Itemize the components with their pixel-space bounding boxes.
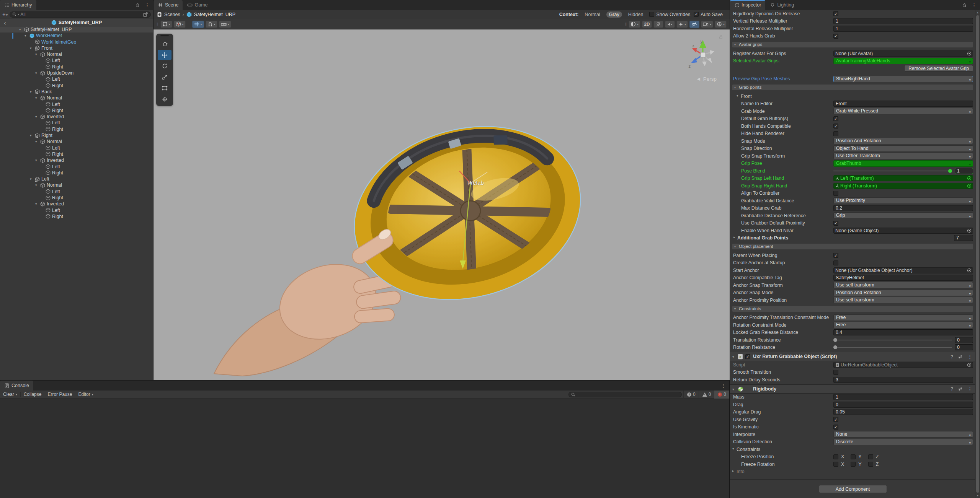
tree-item-right[interactable]: Right: [0, 213, 153, 220]
inspector-scrollbar[interactable]: ▲ ▼: [975, 10, 980, 498]
rect-tool[interactable]: [158, 83, 172, 93]
text-field[interactable]: 1: [833, 26, 973, 32]
help-icon[interactable]: ?: [951, 354, 953, 360]
snap-magnet-button[interactable]: ▾: [206, 21, 217, 28]
effects-button[interactable]: ▾: [676, 21, 688, 28]
checkbox[interactable]: [833, 131, 838, 136]
foldout-arrow-icon[interactable]: ▾: [35, 201, 37, 207]
tree-item-left[interactable]: Left: [0, 207, 153, 213]
freeze-x-checkbox[interactable]: [833, 454, 838, 459]
lock-icon[interactable]: [962, 2, 967, 8]
dropdown[interactable]: Free▾: [833, 322, 973, 328]
kebab-menu-icon[interactable]: ⋮: [967, 386, 972, 392]
kebab-menu-icon[interactable]: ⋮: [967, 354, 972, 360]
foldout-row[interactable]: ▾Front: [730, 93, 975, 100]
tree-item-right[interactable]: ▾Right: [0, 132, 153, 138]
camera-settings-button[interactable]: ▾: [701, 21, 713, 28]
object-picker-icon[interactable]: [967, 51, 972, 56]
dropdown[interactable]: None▾: [833, 431, 973, 438]
text-field[interactable]: Front: [833, 101, 973, 107]
foldout-arrow-icon[interactable]: ▾: [35, 138, 37, 145]
tree-item-left[interactable]: Left: [0, 145, 153, 151]
console-log-area[interactable]: [0, 399, 729, 498]
dropdown[interactable]: Use self transform▾: [833, 297, 973, 303]
slider-track[interactable]: [833, 347, 952, 348]
freeze-z-checkbox[interactable]: [868, 454, 873, 459]
dropdown[interactable]: Use self transform▾: [833, 282, 973, 288]
tab-lighting[interactable]: Lighting: [766, 0, 798, 10]
tool-handle-position-button[interactable]: ▾: [160, 21, 172, 28]
foldout-arrow-icon[interactable]: ▾: [24, 33, 26, 39]
foldout-arrow-icon[interactable]: ▸: [733, 235, 735, 239]
tree-item-left[interactable]: Left: [0, 120, 153, 126]
chevron-down-icon[interactable]: ▾: [684, 23, 686, 26]
slider-value-field[interactable]: 1: [955, 168, 973, 174]
prefab-back-button[interactable]: ‹: [0, 20, 10, 26]
console-info-toggle[interactable]: 0: [683, 391, 699, 399]
scene-audio-button[interactable]: [665, 21, 675, 28]
tree-item-back[interactable]: ▾Back: [0, 89, 153, 95]
tree-item-workhelmetgeo[interactable]: WorkHelmetGeo: [0, 39, 153, 45]
add-component-button[interactable]: Add Component: [819, 485, 887, 493]
tree-item-upsidedown[interactable]: ▾UpsideDown: [0, 70, 153, 76]
2d-toggle-button[interactable]: 2D: [642, 21, 652, 28]
foldout-arrow-icon[interactable]: ▾: [35, 114, 37, 120]
object-field[interactable]: None (Game Object): [833, 228, 973, 234]
text-field[interactable]: 0.05: [833, 409, 973, 415]
tab-inspector[interactable]: Inspector: [730, 0, 765, 10]
foldout-arrow-icon[interactable]: ▾: [35, 157, 37, 163]
scale-tool[interactable]: [158, 72, 172, 82]
tree-item-normal[interactable]: ▾Normal: [0, 51, 153, 57]
console-search-input[interactable]: [568, 392, 682, 397]
scroll-up-icon[interactable]: ▲: [975, 11, 980, 14]
tree-item-normal[interactable]: ▾Normal: [0, 182, 153, 188]
foldout-row[interactable]: ▾Constraints: [730, 446, 975, 453]
console-error-pause-button[interactable]: Error Pause: [44, 391, 75, 399]
checkbox[interactable]: ✓: [833, 34, 838, 39]
tree-item-inverted[interactable]: ▾Inverted: [0, 201, 153, 207]
dropdown[interactable]: Grab While Pressed▾: [833, 108, 973, 114]
object-field[interactable]: Left (Transform): [833, 175, 973, 181]
context-option-gray[interactable]: Gray: [606, 11, 622, 18]
checkbox[interactable]: ✓: [833, 417, 838, 422]
component-header-script[interactable]: ▾#✓Uxr Return Grabbable Object (Script)?…: [730, 352, 975, 361]
scene-lighting-button[interactable]: [653, 21, 663, 28]
freeze-x-checkbox[interactable]: [833, 462, 838, 467]
hierarchy-search-input[interactable]: ▾ All: [10, 11, 151, 18]
tree-item-left[interactable]: Left: [0, 101, 153, 107]
section-header-object-placement[interactable]: ▾Object placement: [732, 244, 973, 249]
object-picker-icon[interactable]: [967, 268, 972, 273]
component-enabled-checkbox[interactable]: ✓: [745, 354, 750, 359]
create-object-button[interactable]: +▾: [2, 11, 8, 18]
tree-item-left[interactable]: Left: [0, 76, 153, 82]
breadcrumb-scenes[interactable]: Scenes: [164, 12, 180, 17]
tree-item-inverted[interactable]: ▾Inverted: [0, 157, 153, 163]
foldout-row[interactable]: ▸Info: [730, 468, 975, 476]
auto-save-toggle[interactable]: ✓ Auto Save: [694, 12, 723, 17]
console-warning-toggle[interactable]: 0: [699, 391, 714, 399]
tree-item-right[interactable]: Right: [0, 64, 153, 70]
toolbar-drag-handle[interactable]: ‖: [625, 22, 626, 26]
slider-knob[interactable]: [948, 169, 952, 173]
text-field[interactable]: 0: [833, 402, 973, 408]
tree-item-workhelmet[interactable]: ▾WorkHelmet: [0, 33, 153, 39]
object-field[interactable]: None (Uxr Grabbable Object Anchor): [833, 267, 973, 273]
chevron-down-icon[interactable]: ▾: [201, 23, 202, 26]
text-field[interactable]: 1: [833, 18, 973, 24]
console-editor-button[interactable]: Editor▾: [75, 391, 96, 399]
pick-window-icon[interactable]: [143, 12, 148, 17]
foldout-arrow-icon[interactable]: ▾: [35, 51, 37, 57]
presets-icon[interactable]: [958, 387, 963, 391]
tree-item-normal[interactable]: ▾Normal: [0, 138, 153, 145]
dropdown[interactable]: Discrete▾: [833, 439, 973, 445]
text-field[interactable]: 3: [833, 377, 973, 383]
slider-track[interactable]: [833, 171, 952, 171]
kebab-menu-icon[interactable]: ⋮: [972, 2, 977, 8]
help-icon[interactable]: ?: [951, 386, 953, 392]
tree-item-right[interactable]: Right: [0, 83, 153, 89]
slider-value-field[interactable]: 0: [955, 344, 973, 350]
foldout-arrow-icon[interactable]: ▾: [30, 176, 32, 182]
gizmos-button[interactable]: ▾: [715, 21, 727, 28]
checkbox[interactable]: [833, 260, 838, 265]
transform-tool[interactable]: [158, 94, 172, 104]
